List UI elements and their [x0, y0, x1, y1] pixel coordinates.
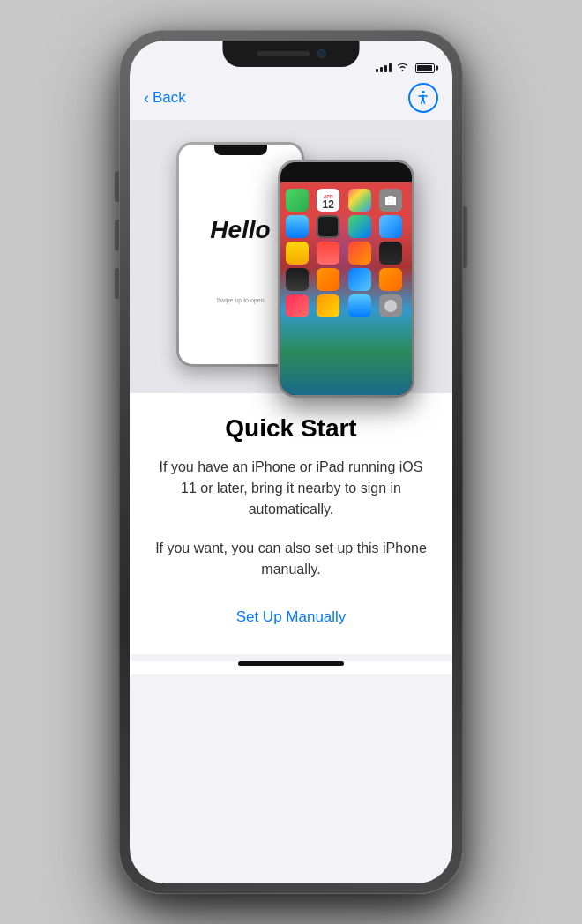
home-screen-background: APR12 — [280, 182, 412, 395]
svg-rect-1 — [375, 168, 377, 171]
mini-notch-back — [214, 145, 267, 155]
speaker — [257, 51, 310, 56]
swipe-text: Swipe up to open — [216, 297, 264, 303]
accessibility-icon — [414, 89, 432, 107]
secondary-description: If you want, you can also set up this iP… — [154, 538, 428, 580]
svg-rect-2 — [377, 168, 379, 172]
page-title: Quick Start — [225, 414, 356, 443]
svg-point-0 — [422, 91, 424, 93]
navigation-bar: ‹ Back — [130, 79, 452, 120]
content-area: Quick Start If you have an iPhone or iPa… — [130, 393, 452, 654]
front-camera — [317, 49, 325, 58]
phone-device: ‹ Back Hello Swi — [119, 30, 463, 894]
notch — [223, 41, 360, 67]
home-screen-phone: 9:41 APR12 — [278, 160, 414, 398]
back-label: Back — [153, 89, 186, 107]
status-icons — [376, 62, 435, 74]
back-button[interactable]: ‹ Back — [144, 89, 186, 107]
hero-image-area: Hello Swipe up to open 9:41 — [130, 120, 452, 393]
wifi-icon — [396, 62, 409, 74]
svg-rect-3 — [379, 166, 381, 171]
signal-icon — [376, 63, 392, 72]
app-grid: APR12 — [286, 189, 407, 317]
phone-screen: ‹ Back Hello Swi — [130, 41, 452, 883]
hello-text: Hello — [210, 216, 270, 244]
back-chevron-icon: ‹ — [144, 90, 149, 106]
svg-rect-4 — [382, 165, 384, 171]
accessibility-button[interactable] — [408, 83, 438, 113]
mini-notch-front — [317, 162, 375, 174]
phones-illustration: Hello Swipe up to open 9:41 — [168, 133, 414, 380]
home-indicator — [238, 661, 344, 666]
description-text: If you have an iPhone or iPad running iO… — [154, 457, 428, 520]
svg-point-5 — [388, 198, 393, 204]
battery-icon — [415, 63, 435, 73]
setup-manually-button[interactable]: Set Up Manually — [219, 598, 364, 637]
